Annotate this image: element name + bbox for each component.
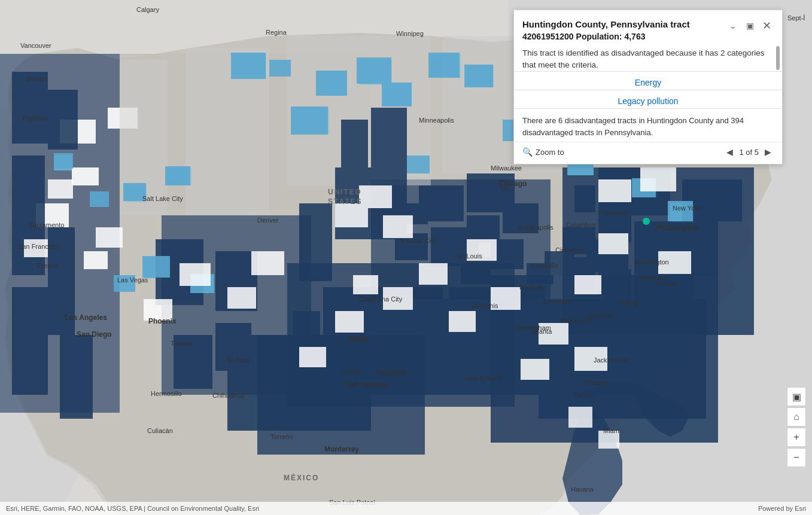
svg-rect-97: [464, 65, 493, 87]
svg-rect-130: [251, 251, 284, 275]
svg-rect-83: [227, 359, 251, 431]
svg-rect-116: [491, 287, 521, 310]
svg-rect-81: [341, 120, 368, 167]
svg-rect-94: [382, 83, 412, 106]
svg-rect-109: [640, 167, 676, 191]
svg-rect-14: [84, 251, 108, 269]
svg-rect-113: [539, 323, 568, 345]
svg-rect-105: [114, 275, 135, 292]
popup-minimize-button[interactable]: ⌄: [726, 19, 740, 33]
svg-rect-86: [54, 153, 73, 169]
map-tool-screen-button[interactable]: ▣: [787, 387, 806, 406]
popup-title-area: Huntingdon County, Pennsylvania tract 42…: [522, 19, 721, 41]
svg-rect-135: [598, 431, 619, 449]
popup-header: Huntingdon County, Pennsylvania tract 42…: [514, 10, 782, 41]
svg-rect-102: [269, 60, 291, 77]
svg-rect-77: [174, 335, 212, 389]
svg-rect-104: [407, 156, 430, 173]
svg-rect-85: [461, 257, 491, 284]
scroll-indicator: [776, 46, 780, 70]
svg-rect-92: [316, 71, 347, 96]
svg-rect-93: [357, 57, 391, 84]
attribution-right: Powered by Esri: [758, 505, 806, 512]
svg-rect-80: [371, 108, 407, 167]
map-tool-home-button[interactable]: ⌂: [787, 407, 806, 426]
svg-rect-126: [467, 239, 497, 261]
popup-subtitle: 42061951200 Population: 4,763: [522, 32, 721, 41]
svg-rect-66: [419, 323, 440, 395]
popup-card: Huntingdon County, Pennsylvania tract 42…: [513, 10, 783, 164]
popup-category-legacy[interactable]: Legacy pollution: [514, 90, 782, 108]
svg-rect-101: [668, 201, 693, 221]
svg-rect-95: [231, 53, 266, 79]
svg-rect-129: [227, 287, 256, 309]
svg-rect-67: [401, 335, 416, 395]
svg-rect-127: [144, 299, 172, 321]
svg-rect-133: [24, 239, 48, 257]
zoom-out-button[interactable]: −: [787, 448, 806, 467]
svg-rect-58: [467, 215, 500, 242]
svg-rect-124: [383, 215, 413, 238]
pagination: ◀ 1 of 5 ▶: [724, 146, 774, 158]
zoom-to-label: Zoom to: [536, 148, 564, 157]
svg-rect-50: [562, 227, 595, 254]
svg-rect-59: [503, 203, 539, 233]
popup-footer-text: There are 6 disadvantaged tracts in Hunt…: [514, 109, 782, 142]
attribution-bar: Esri, HERE, Garmin, FAO, NOAA, USGS, EPA…: [0, 502, 812, 515]
zoom-icon: 🔍: [522, 147, 533, 157]
popup-category-energy[interactable]: Energy: [514, 72, 782, 90]
svg-rect-52: [527, 263, 554, 284]
svg-rect-120: [353, 275, 378, 294]
svg-rect-110: [598, 233, 628, 254]
svg-rect-68: [12, 72, 48, 144]
svg-rect-117: [449, 311, 476, 332]
svg-rect-12: [72, 167, 99, 185]
zoom-to-button[interactable]: 🔍 Zoom to: [522, 147, 564, 157]
svg-rect-132: [48, 179, 73, 199]
svg-rect-115: [521, 359, 549, 380]
page-info: 1 of 5: [739, 148, 759, 157]
map-tools: ▣ ⌂ + −: [787, 387, 806, 467]
svg-rect-71: [48, 90, 78, 150]
svg-rect-114: [574, 347, 607, 371]
svg-rect-111: [658, 251, 691, 274]
svg-rect-122: [299, 347, 326, 367]
popup-body: This tract is identified as disadvantage…: [514, 41, 782, 72]
attribution-left: Esri, HERE, Garmin, FAO, NOAA, USGS, EPA…: [6, 505, 259, 512]
svg-rect-108: [598, 179, 631, 202]
popup-footer-actions: 🔍 Zoom to ◀ 1 of 5 ▶: [514, 142, 782, 164]
zoom-in-button[interactable]: +: [787, 428, 806, 447]
popup-description: This tract is identified as disadvantage…: [522, 47, 774, 72]
svg-rect-134: [568, 407, 592, 428]
svg-rect-42: [598, 269, 631, 296]
svg-rect-131: [96, 227, 123, 248]
popup-controls: ⌄ ▣ ✕: [726, 19, 774, 33]
svg-rect-119: [383, 287, 413, 310]
next-page-button[interactable]: ▶: [762, 146, 774, 158]
svg-rect-112: [574, 275, 601, 294]
svg-rect-89: [142, 256, 170, 278]
svg-rect-121: [335, 311, 364, 333]
svg-rect-72: [48, 227, 75, 335]
svg-rect-118: [419, 263, 448, 285]
prev-page-button[interactable]: ◀: [724, 146, 735, 158]
svg-rect-91: [291, 106, 328, 135]
svg-rect-39: [574, 185, 595, 212]
svg-rect-70: [12, 287, 48, 395]
svg-point-136: [643, 218, 650, 225]
svg-rect-88: [165, 166, 190, 185]
svg-rect-106: [90, 191, 109, 207]
svg-rect-46: [539, 299, 706, 419]
svg-rect-96: [428, 53, 460, 78]
popup-maximize-button[interactable]: ▣: [743, 19, 757, 33]
popup-title: Huntingdon County, Pennsylvania tract: [522, 19, 721, 31]
popup-close-button[interactable]: ✕: [759, 19, 774, 33]
svg-rect-79: [299, 203, 332, 281]
svg-rect-125: [359, 185, 392, 208]
svg-rect-73: [60, 335, 93, 419]
svg-rect-87: [123, 183, 146, 201]
svg-rect-128: [180, 263, 211, 286]
